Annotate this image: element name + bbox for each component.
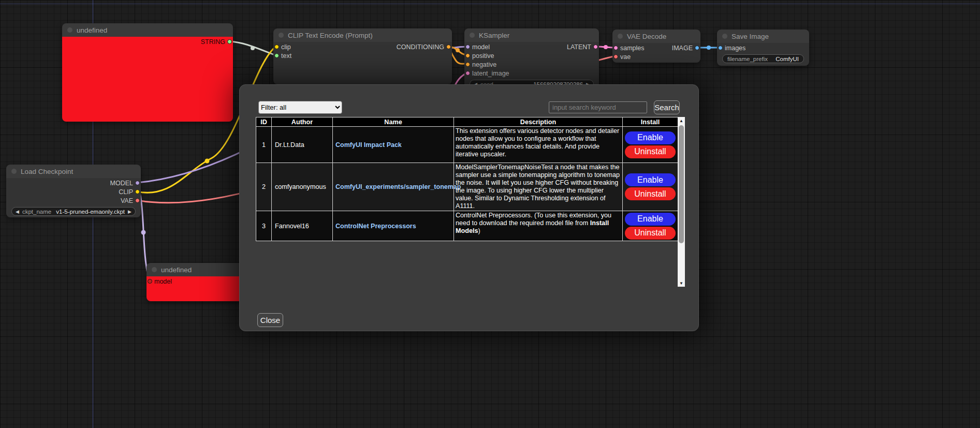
output-slot-vae[interactable] (135, 198, 140, 203)
slot-row: text (273, 51, 452, 60)
node-title-text: Load Checkpoint (21, 168, 73, 175)
uninstall-button[interactable]: Uninstall (625, 227, 676, 240)
slot-row: negative (464, 60, 599, 69)
extension-table-container: ID Author Name Description Install 1 Dr.… (256, 117, 685, 287)
extension-manager-dialog: Filter: all Search ID Author Name Descri… (239, 84, 699, 331)
node-undefined-top[interactable]: undefined STRING (62, 23, 233, 122)
slot-row: MODEL (6, 179, 141, 187)
node-title-text: undefined (77, 26, 107, 34)
slot-row: vae (612, 52, 700, 61)
input-slot-text[interactable] (274, 53, 279, 58)
node-titlebar[interactable]: VAE Decode (612, 29, 700, 43)
extension-table: ID Author Name Description Install 1 Dr.… (256, 117, 678, 241)
node-title-text: CLIP Text Encode (Prompt) (288, 32, 373, 39)
search-input[interactable] (549, 101, 647, 113)
col-header-id: ID (256, 117, 272, 127)
slot-row: latent_image (464, 69, 599, 78)
extension-link[interactable]: ControlNet Preprocessors (335, 223, 416, 230)
extension-link[interactable]: ComfyUI_experiments/sampler_tonemap (335, 183, 461, 190)
enable-button[interactable]: Enable (625, 131, 676, 144)
increment-icon[interactable]: ▶ (128, 209, 131, 214)
output-slot-image[interactable] (695, 46, 699, 50)
node-title-text: VAE Decode (627, 33, 666, 40)
filter-select[interactable]: Filter: all (258, 101, 342, 114)
enable-button[interactable]: Enable (625, 173, 676, 186)
output-slot-label: CONDITIONING (397, 43, 444, 51)
input-slot-images[interactable] (718, 46, 723, 50)
input-slot-positive[interactable] (465, 53, 470, 58)
collapse-dot-icon[interactable] (11, 169, 17, 174)
cell-id: 1 (256, 127, 272, 163)
node-graph-canvas[interactable]: undefined STRING CLIP Text Encode (Promp… (0, 0, 980, 428)
input-slot-negative[interactable] (465, 62, 470, 67)
table-row: 2 comfyanonymous ComfyUI_experiments/sam… (256, 163, 678, 211)
scroll-up-icon[interactable]: ▲ (678, 117, 685, 124)
col-header-author: Author (272, 117, 333, 127)
table-row: 3 Fannovel16 ControlNet Preprocessors Co… (256, 211, 678, 241)
col-header-install: Install (623, 117, 678, 127)
slot-row: positive (464, 51, 599, 60)
slot-row: model LATENT (464, 42, 599, 51)
cell-author: Fannovel16 (272, 211, 333, 241)
output-slot-label: LATENT (567, 43, 591, 51)
node-save-image[interactable]: Save Image images filename_prefix ComfyU… (717, 29, 809, 66)
output-slot-label: STRING (201, 38, 225, 46)
scrollbar-thumb[interactable] (679, 125, 684, 243)
ckpt-name-widget[interactable]: ◀ ckpt_name v1-5-pruned-emaonly.ckpt ▶ (11, 207, 136, 216)
node-load-checkpoint[interactable]: Load Checkpoint MODEL CLIP VAE ◀ ckpt_na… (6, 165, 141, 217)
uninstall-button[interactable]: Uninstall (625, 145, 676, 158)
cell-description: This extension offers various detector n… (454, 127, 623, 163)
node-titlebar[interactable]: Save Image (717, 29, 809, 43)
collapse-dot-icon[interactable] (618, 34, 623, 39)
node-titlebar[interactable]: CLIP Text Encode (Prompt) (273, 28, 452, 42)
node-clip-text-encode[interactable]: CLIP Text Encode (Prompt) clip CONDITION… (273, 28, 452, 84)
node-ksampler[interactable]: KSampler model LATENT positive negative … (464, 28, 599, 90)
output-slot-label: IMAGE (672, 45, 693, 52)
node-title-text: undefined (161, 266, 192, 274)
input-slot-model[interactable] (148, 279, 152, 284)
filename-prefix-widget[interactable]: filename_prefix ComfyUI (722, 54, 804, 63)
extension-link[interactable]: ComfyUI Impact Pack (335, 141, 402, 149)
output-slot-conditioning[interactable] (446, 45, 451, 49)
slot-row: clip CONDITIONING (273, 42, 452, 51)
output-slot-string[interactable] (227, 39, 232, 44)
node-vae-decode[interactable]: VAE Decode samples IMAGE vae (612, 29, 700, 63)
input-slot-vae[interactable] (613, 54, 618, 59)
slot-row: images (717, 43, 809, 52)
node-titlebar[interactable]: KSampler (464, 28, 599, 42)
collapse-dot-icon[interactable] (279, 33, 284, 38)
output-slot-latent[interactable] (593, 45, 598, 49)
enable-button[interactable]: Enable (625, 213, 676, 226)
decrement-icon[interactable]: ◀ (16, 209, 19, 214)
scroll-down-icon[interactable]: ▼ (678, 279, 685, 287)
cell-author: Dr.Lt.Data (272, 127, 333, 163)
input-slot-latent-image[interactable] (465, 71, 470, 76)
output-slot-model[interactable] (135, 181, 140, 185)
collapse-dot-icon[interactable] (67, 27, 72, 33)
input-slot-model[interactable] (465, 45, 470, 49)
collapse-dot-icon[interactable] (152, 267, 157, 272)
cell-id: 2 (256, 163, 272, 211)
input-slot-samples[interactable] (613, 46, 618, 50)
node-titlebar[interactable]: undefined (62, 23, 233, 37)
node-title-text: Save Image (732, 33, 769, 40)
slot-row: VAE (6, 196, 141, 205)
collapse-dot-icon[interactable] (722, 34, 727, 39)
uninstall-button[interactable]: Uninstall (625, 187, 676, 200)
node-titlebar[interactable]: Load Checkpoint (6, 165, 141, 178)
slot-row: CLIP (6, 187, 141, 196)
table-row: 1 Dr.Lt.Data ComfyUI Impact Pack This ex… (256, 127, 678, 163)
cell-description: ModelSamplerTonemapNoiseTest a node that… (454, 163, 623, 211)
collapse-dot-icon[interactable] (470, 33, 475, 38)
close-button[interactable]: Close (257, 313, 283, 327)
input-slot-clip[interactable] (274, 45, 279, 49)
output-slot-clip[interactable] (135, 189, 140, 194)
table-header-row: ID Author Name Description Install (256, 117, 678, 127)
search-button[interactable]: Search (654, 100, 680, 114)
col-header-name: Name (333, 117, 454, 127)
cell-author: comfyanonymous (272, 163, 333, 211)
table-scrollbar[interactable]: ▲ ▼ (678, 117, 685, 287)
slot-row: samples IMAGE (612, 43, 700, 52)
col-header-description: Description (454, 117, 623, 127)
output-slot-label: MODEL (110, 180, 133, 187)
